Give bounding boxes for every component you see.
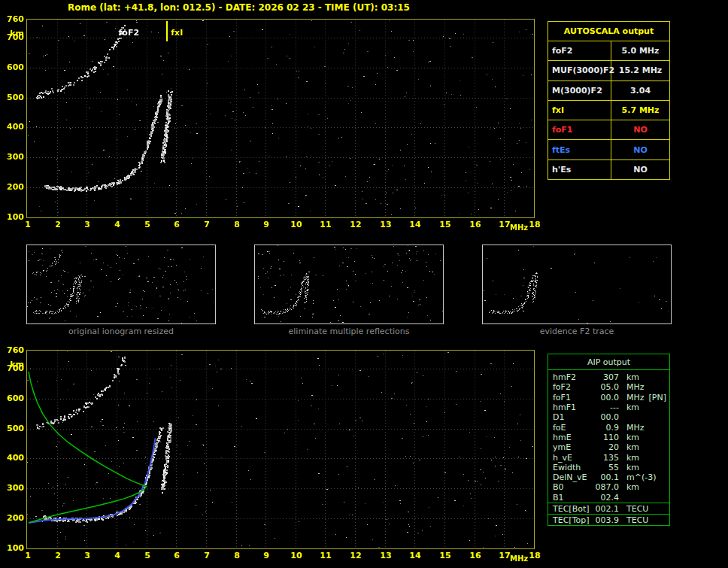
aip-table-row: B102.4 bbox=[548, 492, 669, 502]
aip-table-row: DelN_vE00.1m^(-3) bbox=[548, 472, 669, 481]
aip-param-value: 135 bbox=[589, 453, 619, 463]
aip-table-row: Ewidth55km bbox=[548, 462, 669, 472]
aip-table-body: hmF2307kmfoF205.0MHzfoF100.0MHz[PN]hmF1-… bbox=[548, 370, 669, 503]
aip-param-value: 110 bbox=[589, 433, 619, 442]
aip-param-label: Ewidth bbox=[553, 463, 581, 472]
aip-table-row: foE0.9MHz bbox=[548, 422, 669, 432]
aip-param-unit: MHz bbox=[626, 393, 645, 402]
aip-param-note: [PN] bbox=[649, 393, 666, 402]
parameter-value: 5.0 MHz bbox=[611, 41, 669, 60]
aip-param-value: 02.4 bbox=[589, 493, 619, 503]
y-tick-label: 760 bbox=[0, 346, 24, 354]
aip-table-row: hmF1---km bbox=[548, 402, 669, 412]
x-tick-label: 5 bbox=[140, 551, 155, 560]
y-axis-unit-label: km bbox=[0, 360, 24, 369]
aip-table-row: D100.0 bbox=[548, 412, 669, 421]
autoscala-table-row: foF25.0 MHz bbox=[548, 41, 669, 60]
aip-param-label: DelN_vE bbox=[553, 472, 587, 482]
aip-param-label: D1 bbox=[553, 412, 564, 422]
x-tick-label: 10 bbox=[289, 220, 304, 229]
x-tick-label: 16 bbox=[468, 220, 483, 229]
autoscala-table-row: M(3000)F23.04 bbox=[548, 80, 669, 100]
thumbnail-canvas-evidence-f2 bbox=[483, 245, 671, 323]
aip-param-label: TEC[Top] bbox=[553, 515, 590, 525]
y-axis-ticks-top: 760700600500400300200100km bbox=[0, 19, 24, 218]
aip-param-label: hmF1 bbox=[553, 402, 576, 412]
aip-table-row: foF100.0MHz[PN] bbox=[548, 392, 669, 402]
x-tick-label: 5 bbox=[140, 220, 155, 229]
station-date-time-title: Rome (lat: +41.8, lon: 012.5) - DATE: 20… bbox=[68, 2, 410, 13]
aip-param-label: foF2 bbox=[553, 382, 571, 392]
y-tick-label: 200 bbox=[0, 514, 24, 522]
parameter-value: NO bbox=[611, 160, 669, 179]
aip-param-value: 00.0 bbox=[589, 412, 619, 422]
thumbnail-caption-eliminate-reflections: eliminate multiple reflections bbox=[254, 327, 444, 336]
x-tick-label: 13 bbox=[378, 551, 393, 560]
x-tick-label: 6 bbox=[169, 551, 184, 560]
aip-table-row: B0087.0km bbox=[548, 481, 669, 491]
x-axis-ticks-bottom: 123456789101112131415161718MHz bbox=[27, 551, 535, 564]
aip-param-value: 307 bbox=[589, 372, 619, 382]
x-tick-label: 16 bbox=[468, 551, 483, 560]
x-tick-label: 4 bbox=[110, 551, 125, 560]
aip-table-row: ymE20km bbox=[548, 442, 669, 451]
aip-param-unit: km bbox=[626, 453, 639, 463]
autoscala-table-row: foF1NO bbox=[548, 120, 669, 139]
autoscala-output-table: AUTOSCALA outputfoF25.0 MHzMUF(3000)F215… bbox=[548, 21, 670, 180]
aip-param-unit: MHz bbox=[626, 423, 645, 433]
aip-param-value: 05.0 bbox=[589, 382, 619, 392]
x-tick-label: 2 bbox=[50, 220, 65, 229]
parameter-label: MUF(3000)F2 bbox=[548, 61, 611, 80]
y-tick-label: 400 bbox=[0, 123, 24, 131]
aip-table-header: AIP output bbox=[548, 354, 669, 370]
x-tick-label: 11 bbox=[318, 551, 333, 560]
parameter-label: M(3000)F2 bbox=[548, 81, 611, 100]
aip-param-label: hmF2 bbox=[553, 372, 576, 382]
x-axis-ticks-top: 123456789101112131415161718MHz bbox=[27, 220, 535, 233]
parameter-value: NO bbox=[611, 120, 669, 139]
parameter-label: foF1 bbox=[548, 120, 611, 139]
x-axis-unit-label: MHz bbox=[510, 554, 531, 563]
y-tick-label: 600 bbox=[0, 394, 24, 402]
aip-param-unit: TECU bbox=[626, 504, 648, 514]
aip-param-label: hmE bbox=[553, 433, 572, 442]
aip-param-unit: km bbox=[626, 372, 639, 382]
aip-param-unit: km bbox=[626, 482, 639, 492]
x-tick-label: 14 bbox=[408, 220, 423, 229]
parameter-value: NO bbox=[611, 140, 669, 159]
aip-param-label: foF1 bbox=[553, 393, 571, 402]
thumbnail-caption-original: original ionogram resized bbox=[26, 327, 216, 336]
aip-param-value: 003.9 bbox=[589, 515, 619, 525]
thumbnail-canvas-original bbox=[27, 245, 215, 323]
aip-table-row: foF205.0MHz bbox=[548, 381, 669, 391]
autoscala-table-row: ftEsNO bbox=[548, 139, 669, 159]
x-tick-label: 9 bbox=[259, 220, 274, 229]
aip-param-label: ymE bbox=[553, 442, 571, 452]
x-tick-label: 14 bbox=[408, 551, 423, 560]
x-tick-label: 12 bbox=[348, 551, 363, 560]
aip-param-value: 087.0 bbox=[589, 482, 619, 492]
aip-param-unit: MHz bbox=[626, 382, 645, 392]
aip-param-unit: TECU bbox=[626, 515, 648, 525]
aip-param-value: --- bbox=[589, 402, 619, 412]
x-tick-label: 7 bbox=[199, 551, 214, 560]
x-tick-label: 3 bbox=[80, 551, 95, 560]
thumbnail-panel-eliminate-reflections bbox=[254, 245, 444, 324]
aip-param-value: 55 bbox=[589, 463, 619, 472]
aip-param-label: TEC[Bot] bbox=[553, 504, 590, 514]
x-axis-unit-label: MHz bbox=[510, 223, 531, 232]
autoscala-table-row: MUF(3000)F215.2 MHz bbox=[548, 60, 669, 80]
x-tick-label: 6 bbox=[169, 220, 184, 229]
autoscala-table-header: AUTOSCALA output bbox=[548, 22, 669, 41]
y-tick-label: 400 bbox=[0, 454, 24, 462]
aip-param-value: 002.1 bbox=[589, 504, 619, 514]
ionogram-plot-top: foF2fxI bbox=[26, 19, 535, 218]
aip-param-label: foE bbox=[553, 423, 566, 433]
x-tick-label: 8 bbox=[229, 220, 244, 229]
aip-output-table: AIP outputhmF2307kmfoF205.0MHzfoF100.0MH… bbox=[548, 354, 670, 526]
x-tick-label: 12 bbox=[348, 220, 363, 229]
y-tick-label: 300 bbox=[0, 153, 24, 161]
autoscala-table-row: h'EsNO bbox=[548, 159, 669, 179]
aip-table-row: h_vE135km bbox=[548, 452, 669, 462]
x-tick-label: 2 bbox=[50, 551, 65, 560]
